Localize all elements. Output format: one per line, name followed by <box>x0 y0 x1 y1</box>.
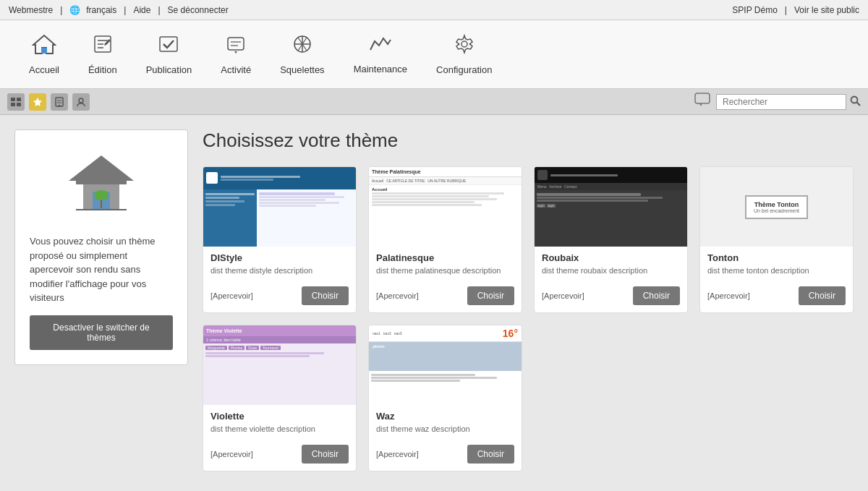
toolbar-icon-3[interactable] <box>51 93 68 111</box>
content-area: Choisissez votre thème <box>203 129 854 476</box>
help-link[interactable]: Aide <box>133 5 150 15</box>
apercu-violette[interactable]: [Apercevoir] <box>210 450 253 458</box>
svg-rect-16 <box>17 98 21 101</box>
theme-desc-violette: dist theme violette description <box>210 424 349 433</box>
theme-thumb-roubaix: Menu Archive Contact tag1 tag2 <box>535 167 687 247</box>
webmaster-link[interactable]: Webmestre <box>9 5 53 15</box>
theme-info-waz: Waz dist theme waz description <box>369 405 522 445</box>
themes-grid-row2: Thème Violette 1 colonne, bien lisible M… <box>203 325 854 471</box>
choisir-palatinesque[interactable]: Choisir <box>467 286 514 305</box>
theme-info-tonton: Tonton dist theme tonton description <box>700 247 853 286</box>
logout-link[interactable]: Se déconnecter <box>168 5 229 15</box>
apercu-palatinesque[interactable]: [Apercevoir] <box>376 291 419 300</box>
sidebar-card: Vous pouvez choisir un thème proposé ou … <box>14 129 188 365</box>
theme-card-roubaix: Menu Archive Contact tag1 tag2 <box>534 166 688 313</box>
toolbar-icons <box>7 93 90 111</box>
theme-thumb-tonton: Thème Tonton Un bel encadrement <box>700 167 853 247</box>
choisir-violette[interactable]: Choisir <box>302 445 349 464</box>
svg-point-26 <box>851 96 858 103</box>
choisir-waz[interactable]: Choisir <box>467 445 514 464</box>
nav-publication[interactable]: Publication <box>132 26 207 82</box>
nav-edition[interactable]: Édition <box>74 26 132 82</box>
svg-rect-15 <box>11 98 15 101</box>
theme-name-distyle: DIStyle <box>210 252 349 263</box>
sidebar-description: Vous pouvez choisir un thème proposé ou … <box>30 234 173 305</box>
nav-accueil[interactable]: Accueil <box>14 26 74 82</box>
theme-actions-tonton: [Apercevoir] Choisir <box>700 286 853 312</box>
themes-grid-row1: DIStyle dist theme distyle description [… <box>203 166 854 313</box>
theme-desc-distyle: dist theme distyle description <box>210 266 349 275</box>
theme-thumb-violette: Thème Violette 1 colonne, bien lisible M… <box>203 325 356 405</box>
choisir-tonton[interactable]: Choisir <box>799 286 846 305</box>
nav-maintenance-label: Maintenance <box>354 64 407 74</box>
theme-name-waz: Waz <box>376 411 514 422</box>
toolbar <box>0 89 868 115</box>
apercu-tonton[interactable]: [Apercevoir] <box>707 291 750 300</box>
svg-rect-6 <box>160 37 177 51</box>
theme-desc-palatinesque: dist theme palatinesque description <box>376 266 514 275</box>
view-site-link[interactable]: Voir le site public <box>794 5 859 15</box>
svg-rect-18 <box>17 103 21 106</box>
svg-point-31 <box>94 190 109 200</box>
theme-info-violette: Violette dist theme violette description <box>203 405 356 445</box>
theme-desc-tonton: dist theme tonton description <box>707 266 846 275</box>
deactivate-switcher-button[interactable]: Desactiver le switcher de thèmes <box>30 315 173 350</box>
apercu-waz[interactable]: [Apercevoir] <box>376 450 419 458</box>
top-bar: Webmestre | 🌐 français | Aide | Se décon… <box>0 0 868 20</box>
nav-configuration[interactable]: Configuration <box>422 26 506 82</box>
search-bar <box>716 94 861 110</box>
theme-name-palatinesque: Palatinesque <box>376 252 514 263</box>
page-title: Choisissez votre thème <box>203 129 854 152</box>
theme-actions-distyle: [Apercevoir] Choisir <box>203 286 356 312</box>
theme-card-violette: Thème Violette 1 colonne, bien lisible M… <box>203 325 357 471</box>
svg-point-14 <box>461 41 467 47</box>
theme-card-tonton: Thème Tonton Un bel encadrement Tonton d… <box>699 166 854 313</box>
theme-thumb-palatinesque: Thème Palatinesque Accueil CE ARTICLE DE… <box>369 167 522 247</box>
theme-name-roubaix: Roubaix <box>542 252 680 263</box>
theme-thumb-distyle <box>203 167 356 247</box>
svg-rect-1 <box>41 48 47 54</box>
theme-info-palatinesque: Palatinesque dist theme palatinesque des… <box>369 247 522 286</box>
site-name: SPIP Démo <box>732 5 777 15</box>
theme-info-roubaix: Roubaix dist theme roubaix description <box>535 247 687 286</box>
nav-edition-label: Édition <box>88 64 117 75</box>
toolbar-icon-2[interactable] <box>29 93 46 111</box>
theme-desc-roubaix: dist theme roubaix description <box>542 266 680 275</box>
sidebar: Vous pouvez choisir un thème proposé ou … <box>14 129 188 476</box>
search-button[interactable] <box>849 95 861 109</box>
theme-card-distyle: DIStyle dist theme distyle description [… <box>203 166 357 313</box>
svg-point-23 <box>79 98 83 103</box>
apercu-roubaix[interactable]: [Apercevoir] <box>542 291 584 300</box>
theme-actions-waz: [Apercevoir] Choisir <box>369 445 522 471</box>
edition-icon <box>92 33 114 60</box>
svg-rect-24 <box>695 93 710 103</box>
lang-link[interactable]: français <box>86 5 116 15</box>
nav-configuration-label: Configuration <box>436 64 492 75</box>
theme-actions-violette: [Apercevoir] Choisir <box>203 445 356 471</box>
theme-info-distyle: DIStyle dist theme distyle description <box>203 247 356 286</box>
svg-marker-8 <box>234 51 237 54</box>
nav-maintenance[interactable]: Maintenance <box>339 27 422 82</box>
main-layout: Vous pouvez choisir un thème proposé ou … <box>0 115 868 490</box>
svg-line-27 <box>857 102 861 106</box>
svg-rect-7 <box>228 38 244 50</box>
toolbar-icon-4[interactable] <box>72 93 90 111</box>
configuration-icon <box>454 33 475 60</box>
top-bar-right: SPIP Démo | Voir le site public <box>732 5 859 15</box>
activite-icon <box>225 33 247 60</box>
chat-icon[interactable] <box>694 93 710 111</box>
apercu-distyle[interactable]: [Apercevoir] <box>210 291 253 300</box>
sidebar-illustration <box>61 145 141 224</box>
svg-marker-28 <box>69 155 134 184</box>
theme-thumb-waz: nav1 nav2 nav3 16° photo <box>369 325 522 405</box>
nav-publication-label: Publication <box>146 64 192 75</box>
theme-name-violette: Violette <box>210 411 349 422</box>
toolbar-icon-1[interactable] <box>7 93 25 111</box>
choisir-roubaix[interactable]: Choisir <box>633 286 680 305</box>
nav-accueil-label: Accueil <box>29 64 59 75</box>
choisir-distyle[interactable]: Choisir <box>302 286 349 305</box>
search-input[interactable] <box>716 94 846 110</box>
nav-squelettes[interactable]: Squelettes <box>265 26 339 82</box>
nav-squelettes-label: Squelettes <box>280 64 324 75</box>
nav-activite[interactable]: Activité <box>206 26 265 82</box>
